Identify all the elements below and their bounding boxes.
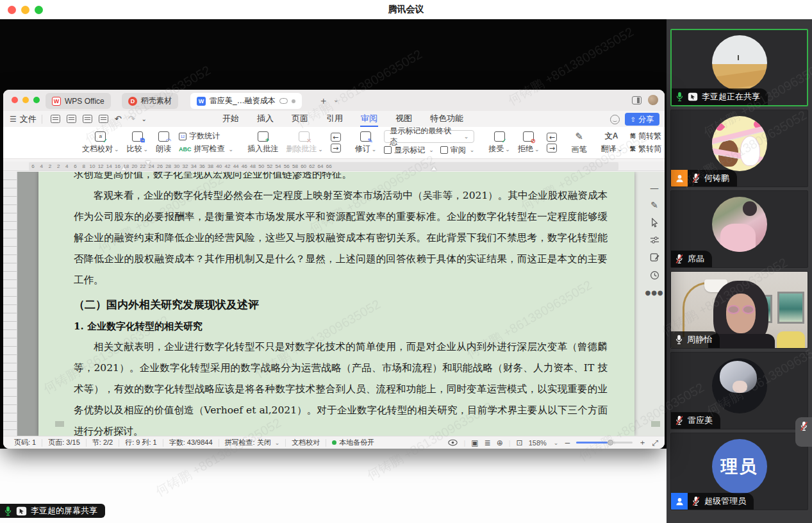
markup-state-dropdown[interactable]: 显示标记的最终状态⌄ bbox=[384, 130, 474, 143]
adjust-tool-icon[interactable] bbox=[650, 236, 659, 244]
status-doc-proof[interactable]: 文档校对 bbox=[286, 439, 326, 447]
print-preview-icon[interactable] bbox=[99, 115, 108, 123]
participant-tile-video[interactable]: 周静怡 bbox=[670, 271, 808, 349]
horizontal-ruler[interactable]: 6422468101214161820222426283032343638404… bbox=[3, 162, 665, 171]
compare-button[interactable]: ⧉ 比较⌄ bbox=[127, 131, 149, 154]
wps-menubar: ☰ 文件 ↶ ↷ ⌄ 开始 插入 页面 引用 审阅 视图 特色功能 bbox=[3, 111, 665, 127]
collapse-toolbar-icon[interactable]: — bbox=[650, 183, 659, 192]
track-changes-button[interactable]: ✎ 修订⌄ bbox=[355, 131, 377, 154]
insert-comment-button[interactable]: ＋ 插入批注 bbox=[247, 131, 278, 154]
next-change-icon[interactable]: → bbox=[547, 144, 557, 153]
admin-badge-icon bbox=[671, 493, 688, 510]
zoom-in-icon[interactable]: ＋ bbox=[638, 437, 646, 448]
reject-button[interactable]: ⊘ 拒绝⌄ bbox=[518, 131, 540, 154]
layout-toggle-icon[interactable] bbox=[632, 96, 642, 104]
undo-icon[interactable]: ↶ bbox=[115, 114, 122, 124]
export-icon[interactable] bbox=[67, 115, 76, 123]
screen-share-icon bbox=[688, 92, 698, 101]
translate-button[interactable]: 文A 翻译⌄ bbox=[601, 131, 622, 154]
page-view-icon[interactable]: ▣ bbox=[471, 438, 478, 447]
document-canvas[interactable]: 求创造更高价值，数字化呈现从宏观向企业价值链渗透的特征。 客观来看，企业的数字化… bbox=[3, 172, 665, 436]
left-indent-handle[interactable] bbox=[121, 167, 126, 170]
note-tool-icon[interactable] bbox=[650, 253, 659, 262]
zoom-out-icon[interactable]: − bbox=[564, 438, 570, 447]
tab-list-button[interactable]: ⌄ bbox=[333, 96, 338, 103]
wps-tabbar: W WPS Office D 稻壳素材 W 雷应美_…融资成本 ＋ ⌄ bbox=[3, 90, 665, 111]
s2t-icon: 简 bbox=[630, 132, 636, 140]
vertical-ruler bbox=[3, 172, 17, 436]
sub-heading: 1. 企业数字化转型的相关研究 bbox=[74, 316, 608, 336]
tab-home[interactable]: 开始 bbox=[222, 112, 240, 127]
read-aloud-button[interactable]: ◠ 朗读 bbox=[156, 131, 171, 154]
redo-icon[interactable]: ↷ bbox=[128, 114, 135, 124]
outline-view-icon[interactable]: ≣ bbox=[485, 438, 491, 447]
new-tab-button[interactable]: ＋ bbox=[319, 95, 328, 107]
brush-button[interactable]: ✎ 画笔 bbox=[571, 131, 586, 155]
share-doc-button[interactable]: ⇧ 分享 bbox=[625, 113, 659, 126]
avatar-cartoon-bear bbox=[712, 116, 767, 171]
prev-change-icon[interactable]: ← bbox=[547, 133, 557, 142]
ruler-number: 32 bbox=[181, 163, 189, 169]
doc-proof-button[interactable]: a✓ 文档校对⌄ bbox=[82, 131, 119, 154]
document-page[interactable]: 求创造更高价值，数字化呈现从宏观向企业价值链渗透的特征。 客观来看，企业的数字化… bbox=[38, 172, 634, 436]
traditional-to-simplified-button[interactable]: 繁 繁转简 bbox=[630, 144, 661, 154]
participant-tile-sharing[interactable]: 李亚超正在共享 bbox=[670, 29, 808, 106]
read-aloud-icon: ◠ bbox=[158, 131, 169, 142]
tab-view[interactable]: 视图 bbox=[395, 112, 413, 127]
participant-tile[interactable]: 何铸鹏 bbox=[670, 110, 808, 187]
wps-minimize-button[interactable] bbox=[22, 97, 29, 103]
floating-mic-card[interactable] bbox=[795, 417, 812, 447]
cursor-tool-icon[interactable] bbox=[650, 218, 659, 228]
eye-protect-icon[interactable] bbox=[448, 439, 458, 446]
more-tools-icon[interactable]: ●●● bbox=[645, 288, 663, 297]
ruler-number: 54 bbox=[274, 163, 282, 169]
simplified-to-traditional-button[interactable]: 简 简转繁 bbox=[630, 131, 661, 142]
pen-tool-icon[interactable]: ✎ bbox=[650, 201, 658, 210]
ruler-number: 38 bbox=[206, 163, 215, 169]
accept-button[interactable]: ✓ 接受⌄ bbox=[488, 131, 510, 154]
show-markup-button[interactable]: 显示标记⌄ bbox=[384, 145, 434, 156]
zoom-level[interactable]: 158% bbox=[529, 439, 547, 447]
tab-special-features[interactable]: 特色功能 bbox=[429, 112, 464, 127]
status-word-count[interactable]: 字数: 43/9844 bbox=[163, 439, 219, 447]
status-spell-check[interactable]: 拼写检查: 关闭⌄ bbox=[219, 439, 286, 447]
prev-comment-icon[interactable]: ← bbox=[331, 133, 341, 142]
file-menu-button[interactable]: ☰ 文件 bbox=[10, 113, 37, 125]
participant-tile[interactable]: 席晶 bbox=[670, 190, 808, 268]
status-local-backup[interactable]: 本地备份开 bbox=[326, 439, 380, 447]
history-tool-icon[interactable] bbox=[650, 270, 659, 280]
quickbar-more-icon[interactable]: ⌄ bbox=[142, 115, 147, 122]
theme-icon[interactable] bbox=[610, 115, 620, 124]
zoom-slider-knob[interactable] bbox=[608, 440, 613, 445]
first-line-indent-handle[interactable] bbox=[145, 161, 151, 165]
fullscreen-icon[interactable]: ⤢ bbox=[652, 438, 658, 447]
zoom-dropdown-icon[interactable]: ⌄ bbox=[554, 440, 559, 446]
wps-zoom-button[interactable] bbox=[33, 97, 40, 103]
spell-check-button[interactable]: ABC 拼写检查⌄ bbox=[179, 144, 233, 154]
account-avatar[interactable] bbox=[648, 95, 658, 105]
print-icon[interactable] bbox=[83, 115, 92, 123]
zoom-slider[interactable] bbox=[576, 442, 633, 444]
tab-wps-office[interactable]: W WPS Office bbox=[46, 93, 111, 109]
delete-comment-button[interactable]: ✕ 删除批注⌄ bbox=[286, 131, 323, 154]
wps-close-button[interactable] bbox=[12, 97, 18, 103]
right-indent-handle[interactable] bbox=[431, 167, 436, 170]
participant-tile[interactable]: 雷应美 bbox=[670, 352, 808, 429]
fit-page-icon[interactable]: ⊡ bbox=[517, 438, 523, 447]
word-count-button[interactable]: 12 字数统计 bbox=[179, 131, 233, 142]
participant-sidebar: 李亚超正在共享 何铸鹏 席晶 bbox=[667, 19, 812, 523]
tab-docer[interactable]: D 稻壳素材 bbox=[122, 93, 178, 109]
tab-insert[interactable]: 插入 bbox=[256, 112, 274, 127]
save-icon[interactable] bbox=[51, 115, 60, 123]
tab-document-active[interactable]: W 雷应美_…融资成本 bbox=[190, 93, 302, 109]
tab-review[interactable]: 审阅 bbox=[360, 112, 378, 127]
participant-tile[interactable]: 理员 超级管理员 bbox=[670, 433, 808, 510]
ruler-number: 4 bbox=[37, 163, 46, 169]
review-pane-button[interactable]: 审阅⌄ bbox=[440, 145, 475, 156]
tab-page[interactable]: 页面 bbox=[291, 112, 309, 127]
tab-reference[interactable]: 引用 bbox=[326, 112, 344, 127]
paragraph: 相关文献表明，企业进行数字化转型不只是对数字化技术的简单使用，而是对企业从内到外… bbox=[74, 336, 608, 436]
web-view-icon[interactable]: ⊕ bbox=[497, 438, 503, 447]
next-comment-icon[interactable]: → bbox=[331, 144, 341, 153]
insert-comment-icon: ＋ bbox=[258, 131, 269, 142]
